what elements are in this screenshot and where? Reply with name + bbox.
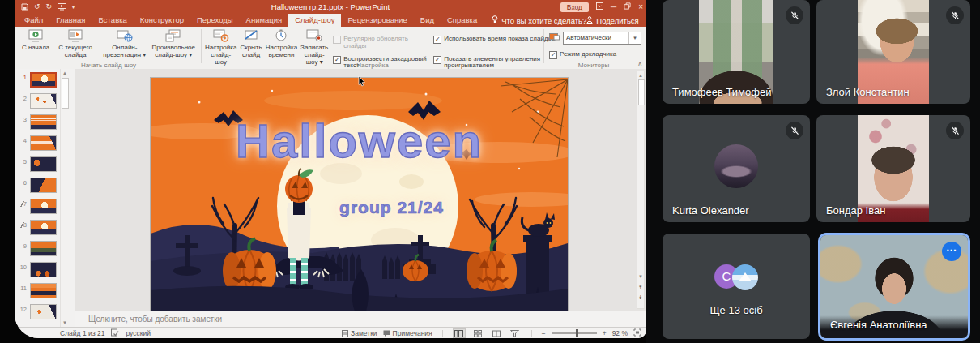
slide-sorter-view-button[interactable] xyxy=(471,328,484,338)
thumbnail-image xyxy=(30,220,57,235)
tab-Вид[interactable]: Вид xyxy=(414,14,441,27)
thumbnail-image xyxy=(30,241,57,256)
normal-view-button[interactable] xyxy=(453,328,466,338)
thumbnail-image xyxy=(30,93,57,109)
powerpoint-window: ↺ ↻ ▾ Halloween rp.21.pptx - PowerPoint … xyxy=(15,0,646,338)
slide-title-text[interactable]: Halloween xyxy=(151,114,568,168)
chevron-down-icon: ▾ xyxy=(628,32,641,44)
mic-muted-icon xyxy=(946,122,964,139)
monitor-select[interactable]: Автоматически ▾ xyxy=(563,32,641,45)
tab-Анимация[interactable]: Анимация xyxy=(240,14,289,27)
checkbox-box xyxy=(549,51,557,59)
online-presentation-button[interactable]: Онлайн-презентация ▾ xyxy=(101,28,148,60)
checkbox-box xyxy=(333,36,341,44)
close-button[interactable]: × xyxy=(638,3,643,11)
slide-thumbnail-9[interactable]: 9 xyxy=(15,241,57,262)
participant-tile-kurta[interactable]: Kurta Olexander xyxy=(663,115,810,222)
tell-me-box[interactable]: Что вы хотите сделать? xyxy=(492,14,586,27)
tab-Файл[interactable]: Файл xyxy=(18,14,49,27)
previous-slide-button[interactable]: ↟ xyxy=(637,282,644,291)
slide-thumbnail-2[interactable]: 2 xyxy=(15,93,57,114)
thumbnail-number: 7 xyxy=(18,200,27,208)
spellcheck-icon[interactable] xyxy=(111,328,119,338)
tab-Слайд-шоу[interactable]: Слайд-шоу xyxy=(288,14,341,27)
thumbnail-number: 8 xyxy=(18,221,27,229)
slide-thumbnail-5[interactable]: 5 xyxy=(15,156,57,178)
participant-tile-evgenia[interactable]: ⋯ Євгенія Анатоліївна xyxy=(818,233,970,341)
thumbnail-scrollbar[interactable]: ▲ ▼ xyxy=(60,69,69,327)
participant-name: Тимофеев Тимофей xyxy=(672,86,771,98)
slide-thumbnail-8[interactable]: 8 xyxy=(15,220,57,241)
restore-button[interactable] xyxy=(624,2,631,11)
mouse-cursor xyxy=(358,75,365,90)
slide-thumbnail-panel: 123456789101112 ▲ ▼ xyxy=(15,69,75,327)
next-slide-button[interactable]: ↡ xyxy=(637,293,644,302)
avatar xyxy=(732,264,758,290)
avatar-stack: C xyxy=(714,264,758,290)
slide-thumbnail-6[interactable]: 6 xyxy=(15,178,57,199)
thumbnail-image xyxy=(30,135,57,151)
slide-editor[interactable]: Halloween group 21/24 xyxy=(150,77,569,312)
ribbon-tab-row: ФайлГлавнаяВставкаКонструкторПереходыАни… xyxy=(15,14,646,27)
slide-subtitle-text[interactable]: group 21/24 xyxy=(183,198,569,217)
thumbnail-number: 4 xyxy=(18,137,27,144)
tab-Рецензирование[interactable]: Рецензирование xyxy=(341,14,413,27)
slideshow-view-button[interactable] xyxy=(509,328,522,338)
zoom-level[interactable]: 92 % xyxy=(612,329,628,337)
participant-tile-zloy[interactable]: Злой Константин xyxy=(816,0,970,104)
scroll-up-icon[interactable]: ▲ xyxy=(61,69,69,77)
monitor-icon xyxy=(549,31,560,45)
language-indicator[interactable]: русский xyxy=(126,329,151,337)
avatar xyxy=(714,144,758,188)
title-bar: ↺ ↻ ▾ Halloween rp.21.pptx - PowerPoint … xyxy=(15,0,646,14)
zoom-in-button[interactable]: + xyxy=(603,329,607,337)
fit-to-window-icon[interactable] xyxy=(633,328,641,338)
more-people-label: Ще 13 осіб xyxy=(663,304,810,316)
custom-slideshow-button[interactable]: Произвольное слайд-шоу ▾ xyxy=(148,28,199,60)
ribbon-group-setup: Настройка слайд-шоу Скрыть слайд Настрой… xyxy=(203,28,542,70)
tab-Вставка[interactable]: Вставка xyxy=(92,14,134,27)
share-button[interactable]: Поделиться xyxy=(586,14,638,27)
comments-toggle-button[interactable]: Примечания xyxy=(383,329,432,337)
zoom-slider-thumb[interactable] xyxy=(576,329,578,337)
participant-tile-bondar[interactable]: Бондар Іван xyxy=(816,115,970,222)
hide-slide-button[interactable]: Скрыть слайд xyxy=(238,28,263,60)
mic-muted-icon xyxy=(786,122,803,139)
from-beginning-button[interactable]: С начала xyxy=(18,28,53,53)
slide-thumbnail-12[interactable]: 12 xyxy=(15,304,57,325)
zoom-out-button[interactable]: − xyxy=(542,329,546,337)
participant-name: Євгенія Анатоліївна xyxy=(830,319,927,331)
notes-pane[interactable]: Щелкните, чтобы добавить заметки xyxy=(75,311,646,327)
notes-toggle-button[interactable]: Заметки xyxy=(342,329,377,337)
collapse-ribbon-icon[interactable]: ∧ xyxy=(637,61,642,67)
participant-name: Злой Константин xyxy=(826,86,910,98)
ribbon-display-options-icon[interactable] xyxy=(596,2,603,11)
tab-Конструктор[interactable]: Конструктор xyxy=(134,14,190,27)
scroll-down-icon[interactable]: ▼ xyxy=(61,319,69,327)
tab-Справка[interactable]: Справка xyxy=(441,14,484,27)
scroll-down-icon[interactable]: ▼ xyxy=(637,272,644,281)
rehearse-timings-button[interactable]: Настройка времени xyxy=(264,28,299,60)
slide-thumbnail-1[interactable]: 1 xyxy=(15,72,57,93)
slide-thumbnail-7[interactable]: 7 xyxy=(15,199,57,220)
participant-tile-timofeev[interactable]: Тимофеев Тимофей xyxy=(663,0,810,104)
slide-thumbnail-3[interactable]: 3 xyxy=(15,114,57,135)
mic-muted-icon xyxy=(786,6,803,24)
more-options-button[interactable]: ⋯ xyxy=(942,242,961,261)
minimize-button[interactable]: ─ xyxy=(611,3,616,11)
overflow-tile-more-people[interactable]: C Ще 13 осіб xyxy=(663,234,810,339)
slide-thumbnail-10[interactable]: 10 xyxy=(15,262,57,283)
tab-Главная[interactable]: Главная xyxy=(49,14,92,27)
sign-in-button[interactable]: Вход xyxy=(560,2,589,12)
checkbox-presenter-view[interactable]: Режим докладчика xyxy=(549,51,641,59)
zoom-slider[interactable] xyxy=(552,332,597,334)
tab-Переходы[interactable]: Переходы xyxy=(190,14,240,27)
slide-thumbnail-11[interactable]: 11 xyxy=(15,283,57,304)
checkbox-loop-update[interactable]: Регулярно обновлять слайды xyxy=(333,36,430,50)
scroll-up-icon[interactable]: ▲ xyxy=(637,71,644,79)
reading-view-button[interactable] xyxy=(490,328,503,338)
from-current-slide-button[interactable]: С текущего слайда xyxy=(53,28,97,60)
slide-scrollbar[interactable]: ▲ ▼ ↟ ↡ xyxy=(637,71,645,309)
slide-thumbnail-4[interactable]: 4 xyxy=(15,135,57,156)
thumbnail-number: 1 xyxy=(18,74,27,81)
